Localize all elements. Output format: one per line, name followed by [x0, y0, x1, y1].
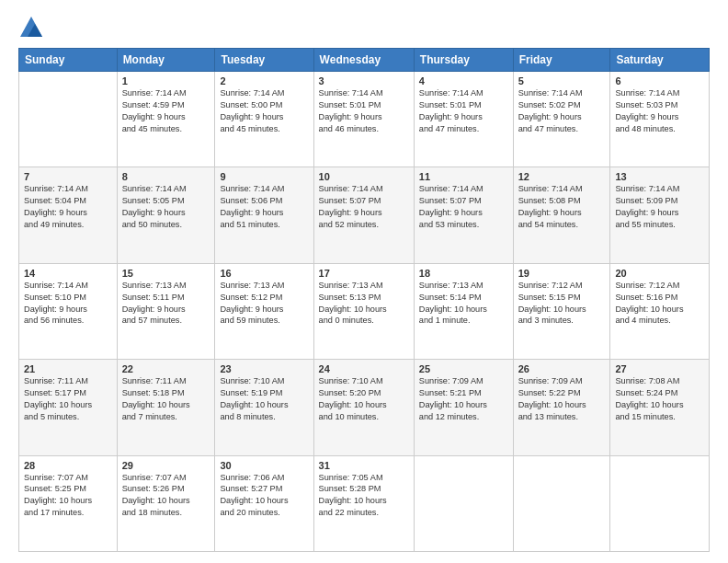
day-number: 1: [122, 75, 210, 86]
calendar-cell: 18Sunrise: 7:13 AM Sunset: 5:14 PM Dayli…: [414, 263, 513, 359]
day-info: Sunrise: 7:09 AM Sunset: 5:22 PM Dayligh…: [518, 375, 606, 423]
calendar-cell: 25Sunrise: 7:09 AM Sunset: 5:21 PM Dayli…: [414, 360, 513, 455]
day-info: Sunrise: 7:14 AM Sunset: 4:59 PM Dayligh…: [122, 87, 210, 135]
day-number: 29: [122, 460, 210, 471]
day-number: 18: [419, 268, 508, 279]
day-number: 7: [24, 171, 112, 182]
weekday-header-saturday: Saturday: [610, 49, 710, 72]
calendar-cell: 29Sunrise: 7:07 AM Sunset: 5:26 PM Dayli…: [117, 455, 215, 551]
day-info: Sunrise: 7:07 AM Sunset: 5:26 PM Dayligh…: [122, 472, 210, 520]
day-number: 6: [615, 75, 704, 86]
day-number: 16: [220, 268, 308, 279]
calendar-cell: 27Sunrise: 7:08 AM Sunset: 5:24 PM Dayli…: [610, 360, 710, 455]
day-info: Sunrise: 7:14 AM Sunset: 5:03 PM Dayligh…: [615, 87, 704, 135]
day-number: 3: [319, 75, 409, 86]
day-number: 28: [24, 460, 112, 471]
day-number: 5: [518, 75, 606, 86]
day-number: 12: [518, 171, 606, 182]
day-info: Sunrise: 7:06 AM Sunset: 5:27 PM Dayligh…: [220, 472, 308, 520]
day-number: 17: [319, 268, 409, 279]
day-info: Sunrise: 7:07 AM Sunset: 5:25 PM Dayligh…: [24, 472, 112, 520]
day-number: 22: [122, 363, 210, 374]
day-info: Sunrise: 7:13 AM Sunset: 5:13 PM Dayligh…: [319, 280, 409, 327]
day-number: 15: [122, 268, 210, 279]
day-number: 2: [220, 75, 308, 86]
weekday-row: SundayMondayTuesdayWednesdayThursdayFrid…: [19, 49, 710, 72]
calendar-cell: 11Sunrise: 7:14 AM Sunset: 5:07 PM Dayli…: [414, 167, 513, 263]
week-row-1: 1Sunrise: 7:14 AM Sunset: 4:59 PM Daylig…: [19, 72, 710, 167]
day-info: Sunrise: 7:09 AM Sunset: 5:21 PM Dayligh…: [419, 375, 508, 423]
day-number: 20: [615, 268, 704, 279]
day-info: Sunrise: 7:14 AM Sunset: 5:04 PM Dayligh…: [24, 183, 112, 231]
day-info: Sunrise: 7:08 AM Sunset: 5:24 PM Dayligh…: [615, 375, 704, 423]
week-row-5: 28Sunrise: 7:07 AM Sunset: 5:25 PM Dayli…: [19, 455, 710, 551]
calendar-cell: 13Sunrise: 7:14 AM Sunset: 5:09 PM Dayli…: [610, 167, 710, 263]
day-number: 11: [419, 171, 508, 182]
calendar-cell: 9Sunrise: 7:14 AM Sunset: 5:06 PM Daylig…: [215, 167, 313, 263]
calendar-cell: [19, 72, 118, 167]
calendar-cell: 3Sunrise: 7:14 AM Sunset: 5:01 PM Daylig…: [313, 72, 414, 167]
calendar-cell: 10Sunrise: 7:14 AM Sunset: 5:07 PM Dayli…: [313, 167, 414, 263]
calendar-cell: 21Sunrise: 7:11 AM Sunset: 5:17 PM Dayli…: [19, 360, 118, 455]
calendar-cell: 19Sunrise: 7:12 AM Sunset: 5:15 PM Dayli…: [513, 263, 610, 359]
day-info: Sunrise: 7:14 AM Sunset: 5:01 PM Dayligh…: [319, 87, 409, 135]
calendar-cell: 20Sunrise: 7:12 AM Sunset: 5:16 PM Dayli…: [610, 263, 710, 359]
calendar-cell: [414, 455, 513, 551]
weekday-header-monday: Monday: [117, 49, 215, 72]
header: [18, 15, 710, 40]
day-number: 19: [518, 268, 606, 279]
week-row-3: 14Sunrise: 7:14 AM Sunset: 5:10 PM Dayli…: [19, 263, 710, 359]
calendar-cell: [513, 455, 610, 551]
day-info: Sunrise: 7:12 AM Sunset: 5:16 PM Dayligh…: [615, 280, 704, 327]
weekday-header-friday: Friday: [513, 49, 610, 72]
day-info: Sunrise: 7:05 AM Sunset: 5:28 PM Dayligh…: [319, 472, 409, 520]
calendar-cell: 8Sunrise: 7:14 AM Sunset: 5:05 PM Daylig…: [117, 167, 215, 263]
calendar-cell: 17Sunrise: 7:13 AM Sunset: 5:13 PM Dayli…: [313, 263, 414, 359]
week-row-2: 7Sunrise: 7:14 AM Sunset: 5:04 PM Daylig…: [19, 167, 710, 263]
calendar-cell: 6Sunrise: 7:14 AM Sunset: 5:03 PM Daylig…: [610, 72, 710, 167]
calendar-cell: 26Sunrise: 7:09 AM Sunset: 5:22 PM Dayli…: [513, 360, 610, 455]
day-number: 4: [419, 75, 508, 86]
day-info: Sunrise: 7:14 AM Sunset: 5:06 PM Dayligh…: [220, 183, 308, 231]
calendar-cell: 7Sunrise: 7:14 AM Sunset: 5:04 PM Daylig…: [19, 167, 118, 263]
day-number: 30: [220, 460, 308, 471]
day-number: 25: [419, 363, 508, 374]
day-number: 26: [518, 363, 606, 374]
calendar-cell: 15Sunrise: 7:13 AM Sunset: 5:11 PM Dayli…: [117, 263, 215, 359]
day-number: 24: [319, 363, 409, 374]
calendar-header: SundayMondayTuesdayWednesdayThursdayFrid…: [19, 49, 710, 72]
calendar-cell: 28Sunrise: 7:07 AM Sunset: 5:25 PM Dayli…: [19, 455, 118, 551]
calendar-cell: 16Sunrise: 7:13 AM Sunset: 5:12 PM Dayli…: [215, 263, 313, 359]
calendar-cell: 5Sunrise: 7:14 AM Sunset: 5:02 PM Daylig…: [513, 72, 610, 167]
day-info: Sunrise: 7:14 AM Sunset: 5:07 PM Dayligh…: [419, 183, 508, 231]
day-info: Sunrise: 7:14 AM Sunset: 5:08 PM Dayligh…: [518, 183, 606, 231]
weekday-header-sunday: Sunday: [19, 49, 118, 72]
week-row-4: 21Sunrise: 7:11 AM Sunset: 5:17 PM Dayli…: [19, 360, 710, 455]
day-number: 14: [24, 268, 112, 279]
calendar-cell: 1Sunrise: 7:14 AM Sunset: 4:59 PM Daylig…: [117, 72, 215, 167]
calendar-body: 1Sunrise: 7:14 AM Sunset: 4:59 PM Daylig…: [19, 72, 710, 552]
calendar-cell: 24Sunrise: 7:10 AM Sunset: 5:20 PM Dayli…: [313, 360, 414, 455]
weekday-header-wednesday: Wednesday: [313, 49, 414, 72]
day-number: 10: [319, 171, 409, 182]
day-info: Sunrise: 7:10 AM Sunset: 5:19 PM Dayligh…: [220, 375, 308, 423]
weekday-header-tuesday: Tuesday: [215, 49, 313, 72]
day-info: Sunrise: 7:14 AM Sunset: 5:10 PM Dayligh…: [24, 280, 112, 327]
calendar-cell: 4Sunrise: 7:14 AM Sunset: 5:01 PM Daylig…: [414, 72, 513, 167]
day-info: Sunrise: 7:10 AM Sunset: 5:20 PM Dayligh…: [319, 375, 409, 423]
day-info: Sunrise: 7:14 AM Sunset: 5:01 PM Dayligh…: [419, 87, 508, 135]
day-number: 9: [220, 171, 308, 182]
day-number: 21: [24, 363, 112, 374]
calendar-cell: [610, 455, 710, 551]
day-info: Sunrise: 7:14 AM Sunset: 5:00 PM Dayligh…: [220, 87, 308, 135]
logo: [18, 15, 48, 40]
calendar-cell: 23Sunrise: 7:10 AM Sunset: 5:19 PM Dayli…: [215, 360, 313, 455]
logo-icon: [18, 15, 44, 40]
calendar-page: SundayMondayTuesdayWednesdayThursdayFrid…: [0, 0, 728, 563]
calendar-cell: 12Sunrise: 7:14 AM Sunset: 5:08 PM Dayli…: [513, 167, 610, 263]
day-info: Sunrise: 7:14 AM Sunset: 5:09 PM Dayligh…: [615, 183, 704, 231]
day-number: 13: [615, 171, 704, 182]
day-number: 23: [220, 363, 308, 374]
day-info: Sunrise: 7:14 AM Sunset: 5:05 PM Dayligh…: [122, 183, 210, 231]
calendar-cell: 14Sunrise: 7:14 AM Sunset: 5:10 PM Dayli…: [19, 263, 118, 359]
